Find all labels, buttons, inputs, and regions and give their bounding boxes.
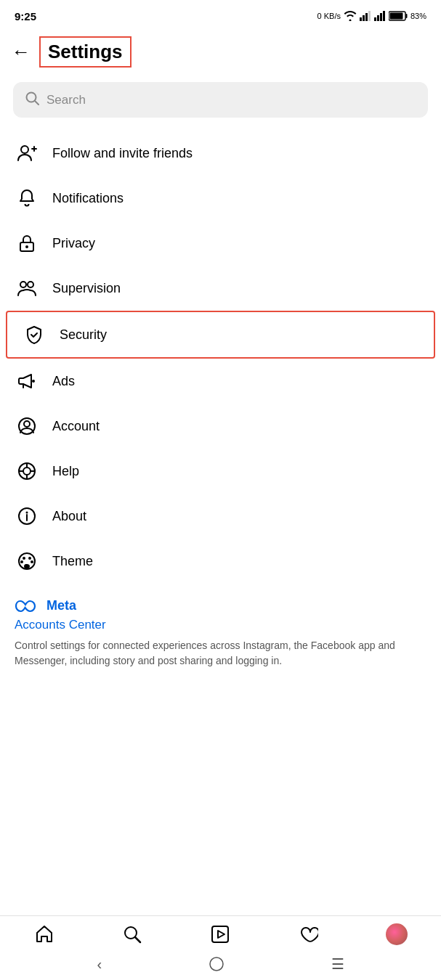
page-title: Settings	[39, 36, 132, 68]
meta-logo-text: Meta	[46, 598, 76, 613]
menu-item-security-label: Security	[60, 327, 107, 343]
menu-item-supervision[interactable]: Supervision	[0, 266, 441, 311]
menu-item-follow[interactable]: Follow and invite friends	[0, 131, 441, 176]
palette-icon	[15, 549, 39, 573]
svg-rect-4	[374, 17, 376, 21]
svg-rect-10	[389, 13, 402, 20]
menu-item-about[interactable]: About	[0, 494, 441, 539]
android-nav: ‹ ☰	[0, 950, 441, 980]
menu-item-about-label: About	[52, 509, 86, 524]
svg-point-18	[20, 282, 26, 287]
search-icon	[25, 91, 39, 109]
menu-item-notifications[interactable]: Notifications	[0, 176, 441, 221]
bottom-nav-reels[interactable]	[210, 924, 230, 944]
bell-icon	[15, 186, 39, 211]
supervision-icon	[15, 276, 39, 301]
megaphone-icon	[15, 369, 39, 393]
menu-item-notifications-label: Notifications	[52, 191, 124, 206]
svg-marker-40	[218, 931, 224, 938]
svg-point-24	[23, 467, 31, 475]
menu-item-follow-label: Follow and invite friends	[52, 146, 193, 161]
account-icon	[15, 414, 39, 438]
svg-rect-0	[360, 17, 362, 21]
battery-icon	[389, 11, 408, 21]
signal-icon-2	[374, 11, 386, 21]
lifebuoy-icon	[15, 459, 39, 483]
menu-item-ads[interactable]: Ads	[0, 359, 441, 404]
profile-avatar	[386, 923, 408, 945]
wifi-icon	[344, 11, 357, 21]
menu-item-security[interactable]: Security	[6, 311, 435, 359]
svg-line-38	[135, 937, 140, 942]
follow-icon	[15, 141, 39, 166]
shield-icon	[22, 322, 46, 347]
menu-item-help-label: Help	[52, 464, 79, 479]
back-button[interactable]: ←	[12, 41, 31, 63]
signal-icon	[360, 11, 371, 21]
svg-point-36	[31, 560, 33, 563]
menu-item-privacy[interactable]: Privacy	[0, 221, 441, 266]
meta-logo-icon	[15, 599, 41, 613]
svg-rect-3	[368, 11, 371, 21]
menu-item-ads-label: Ads	[52, 374, 75, 389]
menu-item-account[interactable]: Account	[0, 404, 441, 449]
info-icon	[15, 504, 39, 528]
svg-rect-7	[383, 11, 385, 21]
svg-point-41	[210, 957, 223, 971]
android-home-button[interactable]	[209, 956, 224, 972]
search-container: Search	[0, 75, 441, 131]
menu-item-privacy-label: Privacy	[52, 236, 95, 251]
heart-icon	[298, 924, 318, 944]
home-icon	[34, 924, 54, 944]
svg-point-33	[23, 557, 25, 560]
svg-point-19	[28, 282, 33, 287]
bottom-nav-home[interactable]	[34, 924, 54, 944]
svg-rect-1	[363, 15, 365, 21]
search-bar[interactable]: Search	[13, 82, 428, 118]
android-back-button[interactable]: ‹	[97, 956, 102, 973]
svg-rect-9	[405, 14, 407, 18]
menu-item-help[interactable]: Help	[0, 449, 441, 494]
status-time: 9:25	[15, 10, 36, 23]
svg-point-20	[32, 380, 35, 383]
svg-rect-39	[212, 926, 228, 942]
svg-rect-5	[377, 15, 379, 21]
svg-rect-2	[365, 13, 368, 21]
accounts-center-link[interactable]: Accounts Center	[15, 618, 426, 632]
svg-point-31	[26, 512, 28, 514]
bottom-nav: ‹ ☰	[0, 915, 441, 980]
search-placeholder: Search	[46, 93, 86, 107]
status-icons: 0 KB/s 83%	[317, 11, 426, 21]
header: ← Settings	[0, 29, 441, 75]
status-bar: 9:25 0 KB/s 83%	[0, 0, 441, 29]
reels-icon	[210, 924, 230, 944]
bottom-nav-items	[0, 916, 441, 950]
bottom-nav-profile[interactable]	[386, 923, 408, 945]
network-speed: 0 KB/s	[317, 12, 341, 20]
svg-point-22	[24, 421, 30, 427]
meta-description: Control settings for connected experienc…	[15, 638, 426, 669]
menu-item-supervision-label: Supervision	[52, 281, 121, 296]
lock-icon	[15, 231, 39, 256]
bottom-nav-search[interactable]	[122, 924, 142, 944]
svg-point-13	[21, 146, 28, 153]
svg-point-35	[20, 560, 23, 563]
battery-percent: 83%	[410, 12, 426, 20]
menu-item-theme[interactable]: Theme	[0, 539, 441, 584]
android-menu-button[interactable]: ☰	[331, 955, 344, 973]
menu-item-account-label: Account	[52, 419, 100, 434]
menu-list: Follow and invite friends Notifications …	[0, 131, 441, 584]
meta-section: Meta Accounts Center Control settings fo…	[0, 584, 441, 676]
svg-line-12	[35, 101, 39, 105]
svg-point-34	[28, 557, 31, 560]
bottom-nav-heart[interactable]	[298, 924, 318, 944]
meta-logo: Meta	[15, 598, 426, 613]
menu-item-theme-label: Theme	[52, 554, 93, 569]
svg-rect-6	[380, 13, 382, 21]
search-nav-icon	[122, 924, 142, 944]
svg-point-17	[25, 245, 28, 248]
